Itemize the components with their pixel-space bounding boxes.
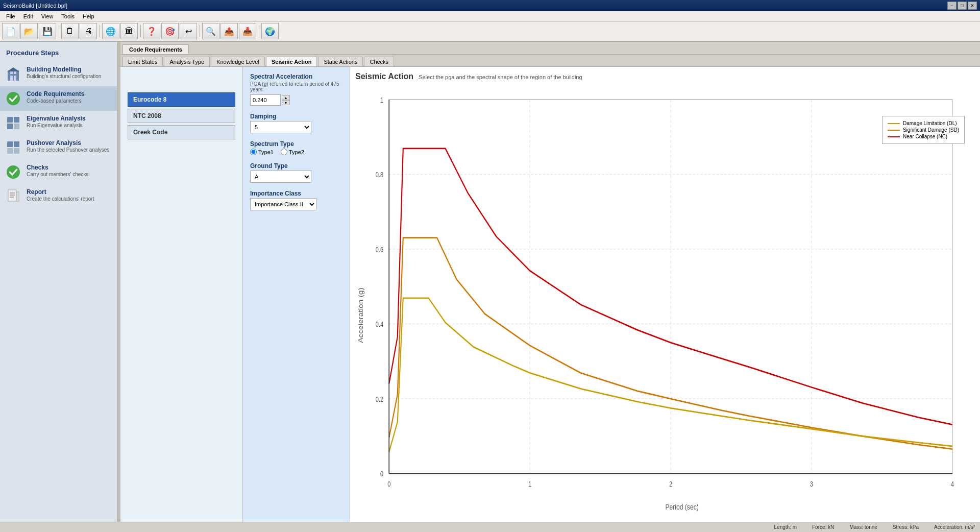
menu-tools[interactable]: Tools xyxy=(57,12,79,20)
svg-text:0: 0 xyxy=(387,480,390,489)
damping-select[interactable]: 5 2 10 15 20 xyxy=(250,121,311,133)
spectrum-type-section: Spectrum Type Type1 Type2 xyxy=(250,140,342,155)
tab-checks[interactable]: Checks xyxy=(364,57,394,66)
legend-label-sd: Significant Damage (SD) xyxy=(903,127,959,133)
svg-text:0.2: 0.2 xyxy=(376,395,383,403)
back-button[interactable]: ↩ xyxy=(180,23,197,39)
pga-spin-up[interactable]: ▲ xyxy=(282,95,290,100)
sidebar-label-pushover-analysis: Pushover Analysis xyxy=(27,139,109,147)
svg-text:4: 4 xyxy=(951,480,954,489)
importance-class-label: Importance Class xyxy=(250,190,342,197)
seismic-chart-svg: Acceleration (g) Period (sec) xyxy=(355,85,975,517)
pga-input[interactable] xyxy=(250,94,281,106)
pga-spin-down[interactable]: ▼ xyxy=(282,100,290,105)
sidebar-text-code-requirements: Code Requirements Code-based parameters xyxy=(27,90,84,104)
code-standards: Eurocode 8 NTC 2008 Greek Code xyxy=(128,72,235,139)
config-panel: Eurocode 8 NTC 2008 Greek Code xyxy=(120,67,243,522)
chart-subtitle: Select the pga and the spectral shape of… xyxy=(419,74,582,80)
eigenvalue-icon xyxy=(5,115,21,131)
sidebar-item-eigenvalue-analysis[interactable]: Eigenvalue Analysis Run Eigenvalue analy… xyxy=(0,111,117,135)
sidebar-sublabel-report: Create the calculations' report xyxy=(27,196,94,202)
code-btn-eurocode8[interactable]: Eurocode 8 xyxy=(128,92,235,107)
report-icon xyxy=(5,188,21,205)
svg-rect-10 xyxy=(14,124,19,129)
sidebar-label-report: Report xyxy=(27,188,94,196)
save-button[interactable]: 💾 xyxy=(39,23,56,39)
sidebar-sublabel-building-modelling: Building's structural configuration xyxy=(27,74,101,79)
checks-icon xyxy=(5,164,21,180)
inner-content: Limit States Analysis Type Knowledge Lev… xyxy=(120,54,980,522)
sidebar-text-checks: Checks Carry out members' checks xyxy=(27,164,88,177)
tab-analysis-type[interactable]: Analysis Type xyxy=(164,57,210,66)
menu-file[interactable]: File xyxy=(2,12,19,20)
status-acceleration: Acceleration: m/s² xyxy=(934,524,975,530)
importance-class-select[interactable]: Importance Class I Importance Class II I… xyxy=(250,198,316,210)
sidebar-sublabel-code-requirements: Code-based parameters xyxy=(27,98,84,104)
tab-code-requirements[interactable]: Code Requirements xyxy=(122,44,189,54)
close-button[interactable]: ✕ xyxy=(968,2,977,10)
legend-label-dl: Damage Limitation (DL) xyxy=(903,120,957,126)
radio-type2[interactable]: Type2 xyxy=(281,149,304,155)
sidebar-text-building-modelling: Building Modelling Building's structural… xyxy=(27,66,101,79)
legend-label-nc: Near Collapse (NC) xyxy=(903,134,947,139)
print-preview-button[interactable]: 🗒 xyxy=(61,23,79,39)
status-mass: Mass: tonne xyxy=(849,524,877,530)
svg-rect-13 xyxy=(7,148,13,154)
menu-bar: File Edit View Tools Help xyxy=(0,11,980,21)
maximize-button[interactable]: □ xyxy=(958,2,967,10)
zoom-button[interactable]: 🔍 xyxy=(202,23,219,39)
svg-rect-14 xyxy=(14,148,19,154)
target-button[interactable]: 🎯 xyxy=(161,23,179,39)
menu-view[interactable]: View xyxy=(37,12,58,20)
outer-tab-bar: Code Requirements xyxy=(120,42,980,54)
status-stress: Stress: kPa xyxy=(893,524,919,530)
sidebar-sublabel-checks: Carry out members' checks xyxy=(27,172,88,177)
pushover-icon xyxy=(5,139,21,156)
pga-sublabel: PGA (g) referred to return period of 475… xyxy=(250,81,342,92)
menu-edit[interactable]: Edit xyxy=(19,12,37,20)
seismic-chart: Acceleration (g) Period (sec) xyxy=(355,85,975,517)
menu-help[interactable]: Help xyxy=(79,12,99,20)
export1-button[interactable]: 📤 xyxy=(220,23,238,39)
svg-rect-8 xyxy=(14,117,19,123)
open-button[interactable]: 📂 xyxy=(20,23,38,39)
code-btn-greekcode[interactable]: Greek Code xyxy=(128,125,235,139)
code-requirements-icon xyxy=(5,90,21,107)
minimize-button[interactable]: − xyxy=(947,2,957,10)
tab-limit-states[interactable]: Limit States xyxy=(122,57,163,66)
pga-spinner: ▲ ▼ xyxy=(282,95,290,105)
code-btn-ntc2008[interactable]: NTC 2008 xyxy=(128,109,235,123)
ground-type-select[interactable]: A B C D E xyxy=(250,171,311,183)
svg-rect-9 xyxy=(7,124,13,129)
svg-point-15 xyxy=(7,165,20,179)
tab-static-actions[interactable]: Static Actions xyxy=(318,57,363,66)
svg-text:0.4: 0.4 xyxy=(376,321,383,329)
tab-knowledge-level[interactable]: Knowledge Level xyxy=(211,57,265,66)
globe3-button[interactable]: 🌍 xyxy=(261,23,279,39)
legend-item-sd: Significant Damage (SD) xyxy=(888,127,959,133)
sidebar-item-report[interactable]: Report Create the calculations' report xyxy=(0,184,117,209)
help-button[interactable]: ❓ xyxy=(143,23,160,39)
svg-rect-4 xyxy=(10,71,13,74)
app-title: SeismoBuild [Untitled.bpf] xyxy=(3,3,67,9)
toolbar: 📄 📂 💾 🗒 🖨 🌐 🏛 ❓ 🎯 ↩ 🔍 📤 📥 🌍 xyxy=(0,21,980,42)
sidebar-label-checks: Checks xyxy=(27,164,88,171)
new-button[interactable]: 📄 xyxy=(2,23,19,39)
svg-rect-7 xyxy=(7,117,13,123)
tab-seismic-action[interactable]: Seismic Action xyxy=(266,57,317,66)
svg-rect-2 xyxy=(10,76,13,81)
globe2-button[interactable]: 🏛 xyxy=(120,23,138,39)
spectral-acceleration-label: Spectral Acceleration xyxy=(250,73,342,80)
sidebar-item-pushover-analysis[interactable]: Pushover Analysis Run the selected Pusho… xyxy=(0,135,117,160)
print-button[interactable]: 🖨 xyxy=(80,23,97,39)
globe1-button[interactable]: 🌐 xyxy=(102,23,119,39)
svg-rect-5 xyxy=(14,71,16,74)
radio-type2-input[interactable] xyxy=(281,149,287,155)
radio-type1-input[interactable] xyxy=(250,149,257,155)
sidebar-item-code-requirements[interactable]: Code Requirements Code-based parameters xyxy=(0,86,117,111)
sidebar-item-checks[interactable]: Checks Carry out members' checks xyxy=(0,160,117,184)
chart-legend: Damage Limitation (DL) Significant Damag… xyxy=(882,116,965,144)
export2-button[interactable]: 📥 xyxy=(239,23,256,39)
sidebar-item-building-modelling[interactable]: Building Modelling Building's structural… xyxy=(0,62,117,86)
radio-type1[interactable]: Type1 xyxy=(250,149,274,155)
